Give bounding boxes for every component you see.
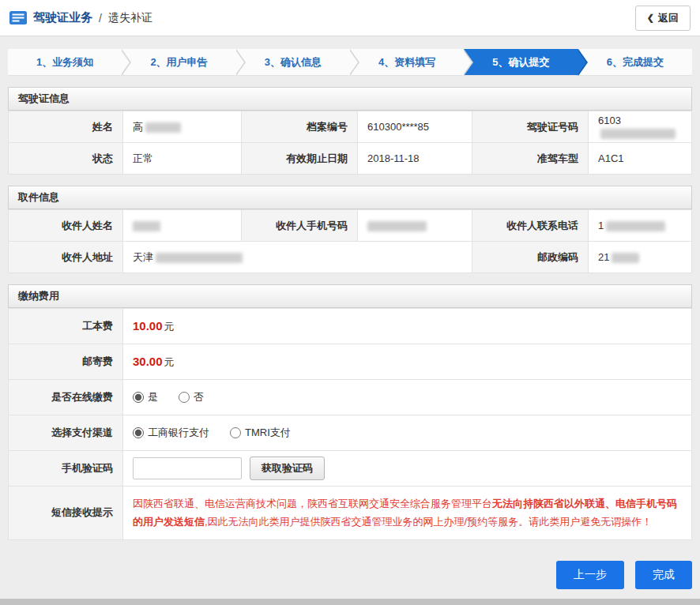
top-bar: 驾驶证业务 / 遗失补证 ❮ 返回 bbox=[0, 0, 700, 36]
step-business-notice[interactable]: 1、业务须知 bbox=[8, 49, 122, 75]
table-row: 是否在线缴费 是 否 bbox=[9, 380, 692, 415]
notice-text-part1: 因陕西省联通、电信运营商技术问题，陕西省互联网交通安全综合服务管理平台 bbox=[133, 498, 492, 509]
file-no-label: 档案编号 bbox=[242, 111, 358, 143]
table-row: 收件人姓名 收件人手机号码 收件人联系电话 1 bbox=[9, 210, 692, 242]
fee-unit: 元 bbox=[164, 356, 175, 368]
redacted-license-no bbox=[600, 129, 676, 139]
expiry-value: 2018-11-18 bbox=[358, 143, 472, 175]
sms-notice-label: 短信接收提示 bbox=[9, 487, 123, 540]
name-label: 姓名 bbox=[9, 111, 123, 143]
step-label: 2、用户申告 bbox=[150, 55, 207, 70]
postage-fee-value: 30.00元 bbox=[123, 344, 692, 380]
notice-text-part3: ,因此无法向此类用户提供陕西省交通管理业务的网上办理/预约等服务。请此类用户避免… bbox=[205, 516, 652, 528]
address-label: 收件人地址 bbox=[9, 242, 123, 273]
back-button-label: 返回 bbox=[658, 11, 679, 25]
postage-fee-label: 邮寄费 bbox=[9, 344, 123, 380]
online-pay-label: 是否在线缴费 bbox=[9, 380, 123, 415]
status-label: 状态 bbox=[9, 143, 123, 175]
recipient-tel-label: 收件人联系电话 bbox=[472, 210, 589, 242]
step-confirm-info[interactable]: 3、确认信息 bbox=[236, 49, 350, 75]
pickup-info-table: 收件人姓名 收件人手机号码 收件人联系电话 1 收件人地址 天津 邮政编码 21 bbox=[8, 209, 692, 273]
step-wizard: 1、业务须知 2、用户申告 3、确认信息 4、资料填写 5、确认提交 6、完成提… bbox=[8, 49, 692, 76]
table-row: 选择支付渠道 工商银行支付 TMRI支付 bbox=[9, 415, 692, 451]
online-pay-yes-label: 是 bbox=[148, 390, 158, 404]
redacted-recipient-phone bbox=[367, 221, 427, 231]
channel-tmri-label: TMRI支付 bbox=[245, 426, 291, 440]
work-fee-value: 10.00元 bbox=[123, 309, 692, 344]
channel-icbc-option[interactable]: 工商银行支付 bbox=[133, 426, 209, 440]
channel-icbc-radio[interactable] bbox=[133, 427, 144, 438]
step-complete-submit[interactable]: 6、完成提交 bbox=[578, 49, 692, 75]
work-fee-amount: 10.00 bbox=[133, 319, 163, 333]
step-label: 3、确认信息 bbox=[265, 55, 322, 70]
fees-section: 缴纳费用 工本费 10.00元 邮寄费 30.00元 是否在线缴费 是 否 bbox=[8, 284, 692, 540]
step-label: 1、业务须知 bbox=[36, 55, 93, 70]
sms-code-label: 手机验证码 bbox=[9, 451, 123, 487]
redacted-name bbox=[145, 122, 181, 133]
online-pay-no-radio[interactable] bbox=[179, 392, 190, 403]
pickup-info-section: 取件信息 收件人姓名 收件人手机号码 收件人联系电话 1 收件人地址 天津 邮政… bbox=[8, 186, 692, 273]
table-row: 手机验证码 获取验证码 bbox=[9, 451, 692, 487]
finish-button[interactable]: 完成 bbox=[635, 561, 692, 589]
license-no-value: 6103 bbox=[589, 111, 692, 143]
redacted-postcode bbox=[612, 253, 639, 263]
step-fill-data[interactable]: 4、资料填写 bbox=[350, 49, 464, 75]
online-pay-options: 是 否 bbox=[123, 380, 692, 415]
vehicle-type-label: 准驾车型 bbox=[472, 143, 589, 175]
channel-icbc-label: 工商银行支付 bbox=[148, 426, 209, 440]
breadcrumb-separator: / bbox=[99, 12, 102, 24]
redacted-address bbox=[156, 253, 243, 263]
step-label: 4、资料填写 bbox=[378, 55, 435, 70]
online-pay-yes-radio[interactable] bbox=[133, 392, 144, 403]
step-label: 5、确认提交 bbox=[492, 55, 549, 70]
table-row: 短信接收提示 因陕西省联通、电信运营商技术问题，陕西省互联网交通安全综合服务管理… bbox=[9, 487, 692, 540]
file-no-value: 610300****85 bbox=[358, 111, 472, 143]
table-row: 邮寄费 30.00元 bbox=[9, 344, 692, 380]
table-row: 状态 正常 有效期止日期 2018-11-18 准驾车型 A1C1 bbox=[9, 143, 692, 175]
license-no-text: 6103 bbox=[598, 115, 621, 126]
pickup-section-title: 取件信息 bbox=[8, 186, 692, 209]
previous-step-button[interactable]: 上一步 bbox=[556, 561, 624, 589]
recipient-tel-value: 1 bbox=[589, 210, 692, 242]
license-no-label: 驾驶证号码 bbox=[472, 111, 589, 143]
step-user-declaration[interactable]: 2、用户申告 bbox=[122, 49, 235, 75]
recipient-phone-label: 收件人手机号码 bbox=[242, 210, 358, 242]
license-section-title: 驾驶证信息 bbox=[8, 87, 692, 111]
step-label: 6、完成提交 bbox=[607, 55, 664, 70]
recipient-tel-text: 1 bbox=[598, 220, 604, 231]
expiry-label: 有效期止日期 bbox=[242, 143, 358, 175]
work-fee-label: 工本费 bbox=[9, 309, 123, 344]
address-text: 天津 bbox=[133, 251, 153, 263]
back-button[interactable]: ❮ 返回 bbox=[635, 6, 691, 31]
postcode-text: 21 bbox=[598, 251, 609, 263]
page-title: 驾驶证业务 bbox=[33, 10, 92, 25]
vehicle-type-value: A1C1 bbox=[589, 143, 692, 175]
table-row: 工本费 10.00元 bbox=[9, 309, 692, 344]
name-value-text: 高 bbox=[133, 121, 143, 133]
name-value: 高 bbox=[123, 111, 242, 143]
fees-table: 工本费 10.00元 邮寄费 30.00元 是否在线缴费 是 否 bbox=[8, 308, 692, 540]
online-pay-yes-option[interactable]: 是 bbox=[133, 390, 158, 404]
status-value: 正常 bbox=[123, 143, 242, 175]
address-value: 天津 bbox=[123, 242, 472, 273]
redacted-recipient-tel bbox=[606, 221, 665, 231]
channel-tmri-option[interactable]: TMRI支付 bbox=[230, 426, 291, 440]
license-info-section: 驾驶证信息 姓名 高 档案编号 610300****85 驾驶证号码 6103 … bbox=[8, 87, 692, 175]
footer-strip bbox=[0, 599, 700, 605]
table-row: 收件人地址 天津 邮政编码 21 bbox=[9, 242, 692, 273]
sms-code-input[interactable] bbox=[133, 457, 242, 479]
online-pay-no-option[interactable]: 否 bbox=[179, 390, 204, 404]
get-code-button[interactable]: 获取验证码 bbox=[250, 457, 325, 480]
online-pay-no-label: 否 bbox=[194, 390, 204, 404]
postcode-label: 邮政编码 bbox=[472, 242, 589, 273]
sms-notice-value: 因陕西省联通、电信运营商技术问题，陕西省互联网交通安全综合服务管理平台无法向持陕… bbox=[123, 487, 692, 540]
step-confirm-submit[interactable]: 5、确认提交 bbox=[464, 49, 578, 75]
breadcrumb: 遗失补证 bbox=[108, 11, 152, 25]
channel-tmri-radio[interactable] bbox=[230, 427, 241, 438]
title-area: 驾驶证业务 / 遗失补证 bbox=[9, 10, 152, 25]
recipient-name-value bbox=[123, 210, 242, 242]
sms-code-area: 获取验证码 bbox=[123, 451, 692, 487]
recipient-phone-value bbox=[358, 210, 472, 242]
license-info-table: 姓名 高 档案编号 610300****85 驾驶证号码 6103 状态 正常 … bbox=[8, 111, 692, 175]
chevron-left-icon: ❮ bbox=[647, 13, 654, 23]
